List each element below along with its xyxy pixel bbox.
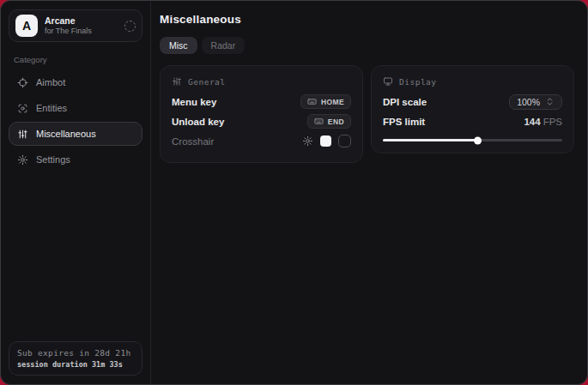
tab-misc[interactable]: Misc (160, 37, 197, 54)
crosshair-color-swatch[interactable] (320, 135, 331, 147)
dpi-scale-label: DPI scale (383, 97, 427, 107)
fps-limit-slider[interactable] (383, 139, 562, 141)
sidebar-item-label: Entities (36, 103, 67, 113)
subscription-info: Sub expires in 28d 21h session duration … (9, 341, 142, 376)
dpi-scale-value: 100% (517, 97, 540, 107)
dpi-scale-row: DPI scale 100% (383, 92, 562, 111)
unload-key-row: Unload key END (172, 111, 351, 131)
menu-key-label: Menu key (172, 97, 216, 107)
fps-limit-row: FPS limit 144FPS (383, 111, 562, 131)
app-window: A Arcane for The Finals Category Aimbot … (0, 0, 588, 385)
sidebar-item-label: Aimbot (36, 77, 65, 87)
main-panel: Miscellaneous Misc Radar General Menu ke… (151, 1, 587, 384)
gear-icon (17, 154, 28, 165)
sub-expiry: Sub expires in 28d 21h (17, 348, 134, 358)
app-name: Arcane (45, 15, 118, 27)
tab-radar[interactable]: Radar (202, 37, 246, 54)
session-duration: session duration 31m 33s (17, 360, 134, 369)
fps-limit-unit: FPS (543, 117, 562, 127)
fps-limit-value: 144 (524, 117, 540, 127)
general-card: General Menu key HOME Unload key (160, 65, 363, 163)
unload-key-binding[interactable]: END (307, 114, 351, 129)
sidebar-item-label: Settings (36, 154, 70, 165)
keyboard-icon (307, 97, 317, 106)
sidebar-item-label: Miscellaneous (36, 129, 96, 139)
crosshair-icon (17, 77, 28, 88)
crosshair-checkbox[interactable] (338, 135, 351, 147)
sidebar-item-aimbot[interactable]: Aimbot (9, 70, 142, 94)
display-card: Display DPI scale 100% FPS limit 144FPS (371, 65, 574, 153)
menu-key-binding[interactable]: HOME (300, 94, 351, 109)
loader-icon (124, 21, 136, 32)
card-title: General (188, 77, 226, 87)
monitor-icon (383, 76, 393, 87)
sidebar-item-entities[interactable]: Entities (9, 96, 142, 120)
sliders-icon (17, 129, 28, 140)
fps-limit-label: FPS limit (383, 117, 425, 127)
sidebar-item-miscellaneous[interactable]: Miscellaneous (9, 122, 142, 146)
sidebar-item-settings[interactable]: Settings (9, 147, 142, 171)
app-avatar: A (15, 15, 38, 37)
dpi-scale-select[interactable]: 100% (509, 94, 562, 110)
crosshair-row: Crosshair (172, 131, 351, 151)
page-title: Miscellaneous (160, 13, 574, 26)
crosshair-label: Crosshair (172, 136, 214, 147)
slider-thumb[interactable] (474, 136, 482, 144)
app-subtitle: for The Finals (45, 27, 118, 36)
scan-icon (17, 103, 28, 114)
menu-key-row: Menu key HOME (172, 92, 351, 111)
slider-fill (383, 139, 478, 141)
key-value: END (328, 117, 344, 126)
unload-key-label: Unload key (172, 117, 224, 127)
gear-icon[interactable] (302, 135, 313, 147)
chevron-up-down-icon (545, 97, 555, 106)
sliders-icon (172, 76, 182, 87)
keyboard-icon (314, 117, 324, 126)
category-label: Category (14, 55, 137, 64)
sidebar: A Arcane for The Finals Category Aimbot … (1, 1, 151, 384)
card-title: Display (399, 77, 437, 87)
app-header: A Arcane for The Finals (9, 9, 142, 42)
tab-bar: Misc Radar (160, 37, 574, 54)
key-value: HOME (321, 98, 344, 106)
